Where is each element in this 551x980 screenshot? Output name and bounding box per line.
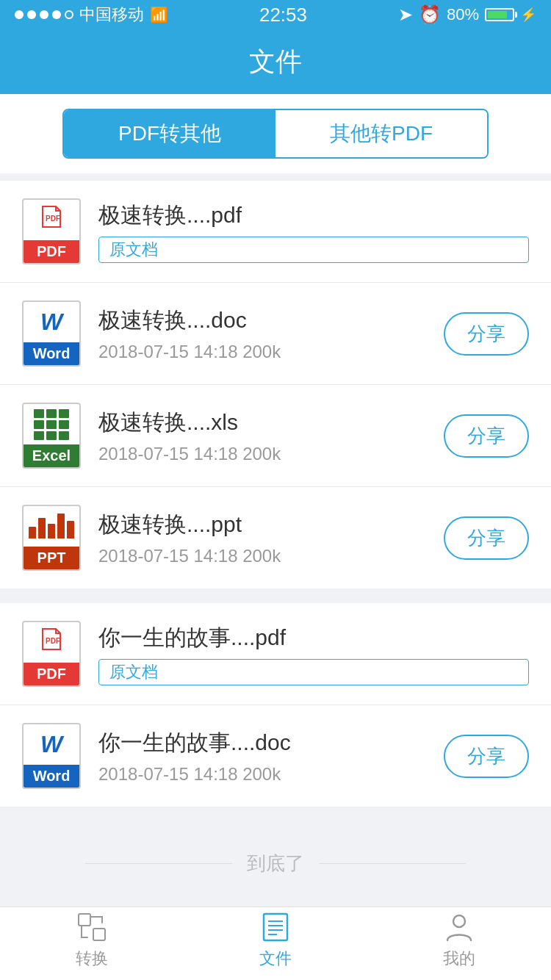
signal-dots	[15, 10, 73, 19]
share-button-2[interactable]: 分享	[444, 414, 529, 458]
dot3	[40, 10, 48, 19]
file-info-2: 极速转换....doc 2018-07-15 14:18 200k	[98, 306, 436, 362]
file-group-2: PDF PDF 你一生的故事....pdf 原文档 W Word 你一生的故事.…	[0, 603, 551, 807]
dot1	[15, 10, 24, 19]
file-meta-2: 2018-07-15 14:18 200k	[98, 342, 436, 362]
file-item-excel-1[interactable]: Excel 极速转换....xls 2018-07-15 14:18 200k …	[0, 385, 551, 487]
excel-icon-1: Excel	[22, 403, 81, 469]
pdf-label-2: PDF	[24, 663, 79, 685]
ec9	[59, 431, 69, 440]
pdf-label: PDF	[24, 240, 79, 263]
word-symbol-2: W	[40, 731, 62, 758]
tab-bar-mine[interactable]: 我的	[443, 911, 475, 970]
pb3	[48, 524, 55, 538]
share-button-1[interactable]: 分享	[444, 312, 529, 356]
tab-switcher: PDF转其他 其他转PDF	[0, 94, 551, 173]
battery-percent: 80%	[447, 5, 479, 24]
file-item-word-1[interactable]: W Word 极速转换....doc 2018-07-15 14:18 200k…	[0, 283, 551, 385]
dot4	[52, 10, 61, 19]
tab-other-to-pdf[interactable]: 其他转PDF	[276, 110, 487, 157]
file-item-pdf-1[interactable]: PDF PDF 极速转换....pdf 原文档	[0, 181, 551, 283]
file-name-5: 你一生的故事....pdf	[98, 623, 529, 653]
share-button-4[interactable]: 分享	[444, 735, 529, 778]
file-name-6: 你一生的故事....doc	[98, 728, 436, 758]
status-left: 中国移动 📶	[15, 4, 168, 26]
pb2	[38, 518, 46, 538]
page-title: 文件	[249, 44, 302, 80]
tab-bar-mine-label: 我的	[443, 948, 475, 970]
file-meta-4: 2018-07-15 14:18 200k	[98, 546, 436, 566]
file-name-4: 极速转换....ppt	[98, 510, 436, 540]
ec4	[34, 420, 44, 429]
excel-label: Excel	[24, 444, 79, 467]
alarm-icon: ⏰	[419, 4, 441, 25]
ec8	[46, 431, 57, 440]
word-icon-2: W Word	[22, 723, 81, 789]
ec3	[59, 409, 69, 418]
svg-point-9	[453, 915, 465, 927]
content-area: PDF PDF 极速转换....pdf 原文档 W Word 极速转换....d…	[0, 173, 551, 907]
svg-text:PDF: PDF	[46, 637, 60, 645]
ec7	[34, 431, 44, 440]
word-label-2: Word	[24, 765, 79, 788]
file-item-ppt-1[interactable]: PPT 极速转换....ppt 2018-07-15 14:18 200k 分享	[0, 487, 551, 588]
file-info-6: 你一生的故事....doc 2018-07-15 14:18 200k	[98, 728, 436, 785]
word-symbol: W	[40, 309, 62, 336]
word-icon-1: W Word	[22, 300, 81, 367]
ec5	[46, 420, 57, 429]
battery-bar	[485, 8, 514, 21]
word-icon-top: W	[24, 302, 79, 342]
ppt-icon-1: PPT	[22, 505, 81, 571]
ppt-icon-top	[24, 506, 79, 547]
pdf-icon-1: PDF PDF	[22, 198, 81, 264]
excel-icon-top	[24, 404, 79, 444]
status-time: 22:53	[259, 4, 307, 26]
file-info-1: 极速转换....pdf 原文档	[98, 201, 529, 263]
charging-icon: ⚡	[520, 7, 536, 23]
location-icon: ➤	[398, 4, 413, 25]
status-bar: 中国移动 📶 22:53 ➤ ⏰ 80% ⚡	[0, 0, 551, 29]
ec1	[34, 409, 44, 418]
tab-pdf-to-other[interactable]: PDF转其他	[64, 110, 276, 157]
pb5	[67, 521, 74, 538]
file-item-pdf-2[interactable]: PDF PDF 你一生的故事....pdf 原文档	[0, 603, 551, 705]
word-label: Word	[24, 342, 79, 365]
tab-bar-convert[interactable]: 转换	[76, 911, 108, 970]
file-name-1: 极速转换....pdf	[98, 201, 529, 231]
pdf-icon-2: PDF PDF	[22, 621, 81, 687]
file-meta-3: 2018-07-15 14:18 200k	[98, 444, 436, 464]
file-info-4: 极速转换....ppt 2018-07-15 14:18 200k	[98, 510, 436, 566]
word-icon-top-2: W	[24, 724, 79, 765]
excel-grid	[31, 406, 72, 443]
carrier-name: 中国移动	[79, 4, 144, 26]
svg-rect-2	[79, 914, 90, 926]
user-icon	[443, 911, 475, 943]
file-item-word-2[interactable]: W Word 你一生的故事....doc 2018-07-15 14:18 20…	[0, 705, 551, 807]
pdf-symbol: PDF	[38, 203, 65, 237]
tab-bar-convert-label: 转换	[76, 948, 108, 970]
file-name-2: 极速转换....doc	[98, 306, 436, 336]
battery-fill	[488, 11, 507, 18]
ec6	[59, 420, 69, 429]
share-button-3[interactable]: 分享	[444, 516, 529, 560]
dot2	[27, 10, 36, 19]
svg-rect-3	[93, 929, 105, 940]
bottom-text: 到底了	[0, 821, 551, 891]
ppt-bars	[26, 512, 77, 541]
original-badge-2: 原文档	[98, 659, 529, 685]
tab-container: PDF转其他 其他转PDF	[62, 109, 489, 159]
pb1	[29, 527, 36, 538]
files-icon	[259, 911, 292, 943]
pb4	[57, 514, 65, 538]
svg-rect-4	[264, 914, 287, 940]
svg-text:PDF: PDF	[46, 215, 60, 223]
original-badge-1: 原文档	[98, 237, 529, 263]
convert-icon	[76, 911, 108, 943]
wifi-icon: 📶	[150, 6, 168, 24]
pdf-icon-top-2: PDF	[24, 622, 79, 663]
pdf-symbol-2: PDF	[38, 626, 65, 659]
tab-bar: 转换 文件 我的	[0, 907, 551, 980]
pdf-icon-top: PDF	[24, 200, 79, 240]
tab-bar-files[interactable]: 文件	[259, 911, 292, 970]
file-info-5: 你一生的故事....pdf 原文档	[98, 623, 529, 685]
